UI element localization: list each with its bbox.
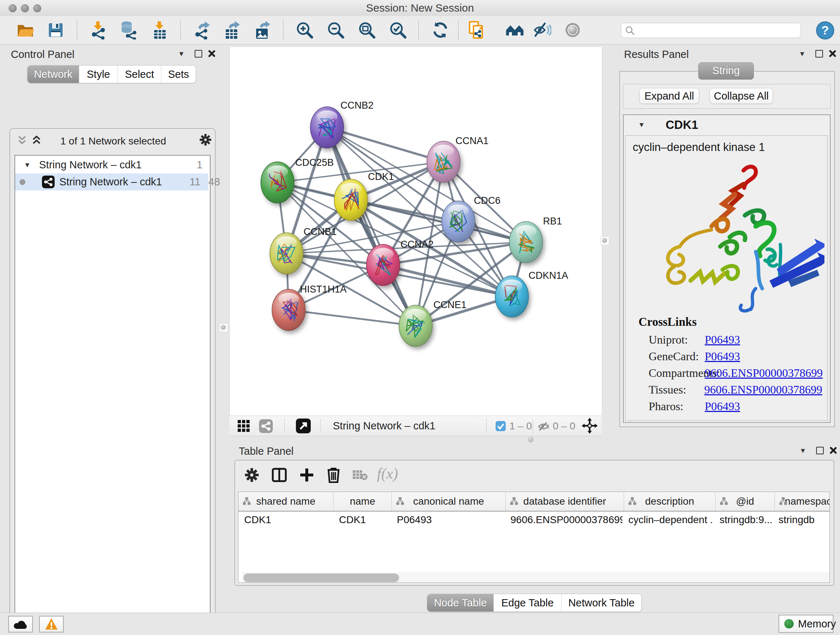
collection-expand-icon[interactable]: ▼: [24, 157, 31, 173]
left-splitter-handle[interactable]: [219, 323, 228, 332]
network-badge-icon[interactable]: [259, 419, 273, 433]
delete-column-icon[interactable]: [325, 466, 341, 483]
control-panel-float-icon[interactable]: [195, 50, 202, 57]
column-header-namespace[interactable]: namespace: [775, 492, 830, 511]
tab-network[interactable]: Network: [27, 65, 79, 83]
save-session-icon[interactable]: [46, 21, 65, 40]
collapse-all-icon[interactable]: [17, 135, 27, 146]
column-header-label: shared name: [256, 496, 315, 507]
show-columns-icon[interactable]: [271, 467, 287, 483]
table-h-scrollbar[interactable]: [242, 572, 830, 583]
results-panel-float-icon[interactable]: [815, 50, 823, 57]
cell--id[interactable]: stringdb:9...: [714, 514, 773, 526]
search-input[interactable]: [637, 24, 798, 37]
warnings-button[interactable]: [39, 616, 64, 632]
node-gloss: [267, 165, 288, 178]
clone-network-icon[interactable]: [467, 21, 486, 40]
horizontal-splitter-handle[interactable]: [528, 437, 534, 442]
add-column-icon[interactable]: [299, 467, 315, 483]
crosslink-link[interactable]: 9606.ENSP00000378699: [705, 366, 823, 380]
cell-name[interactable]: CDK1: [333, 514, 391, 526]
results-panel-close-icon[interactable]: [829, 49, 836, 57]
network-selection-status: 1 of 1 Network selected: [50, 135, 177, 147]
column-header--id[interactable]: @id: [715, 492, 775, 511]
cell-shared-name[interactable]: CDK1: [238, 514, 333, 526]
zoom-selected-icon[interactable]: [388, 21, 407, 40]
expand-all-icon[interactable]: [31, 135, 42, 146]
cell-canonical-name[interactable]: P06493: [391, 514, 505, 526]
zoom-fit-icon[interactable]: [357, 21, 376, 40]
crosslink-link[interactable]: P06493: [705, 333, 740, 347]
fit-content-crosshair-icon[interactable]: [582, 418, 598, 434]
selected-nodes-checkbox-icon[interactable]: [496, 421, 506, 431]
formula-builder-icon: f(x): [377, 465, 398, 482]
cell-description[interactable]: cyclin–dependent ...: [622, 514, 714, 526]
tab-node-table[interactable]: Node Table: [427, 594, 494, 611]
crosslink-link[interactable]: 9606.ENSP00000378699: [704, 383, 822, 396]
column-header-shared-name[interactable]: shared name: [238, 492, 333, 511]
tab-select[interactable]: Select: [118, 65, 161, 83]
table-h-scrollbar-thumb[interactable]: [243, 573, 399, 582]
network-options-gear-icon[interactable]: [199, 133, 212, 146]
results-panel-title: Results Panel: [624, 49, 689, 60]
open-session-icon[interactable]: [16, 21, 35, 40]
right-splitter-handle[interactable]: [600, 236, 609, 245]
export-image-icon[interactable]: [253, 21, 272, 40]
show-glass-icon[interactable]: [563, 21, 582, 40]
cloud-button[interactable]: [8, 616, 33, 632]
tab-string[interactable]: String: [698, 62, 754, 80]
network-view-canvas[interactable]: CCNB2CCNA1CDC25BCDK1CDC6RB1CCNB1CCNA2CDK…: [229, 47, 602, 416]
export-network-icon[interactable]: [193, 21, 212, 40]
results-panel-body: String Expand All Collapse All ▼ CDK1 cy…: [619, 71, 835, 427]
network-collection-row[interactable]: ▼ String Network – cdk1 1: [15, 157, 208, 173]
network-edge[interactable]: [327, 127, 444, 162]
tab-network-table[interactable]: Network Table: [561, 594, 641, 611]
tab-edge-table[interactable]: Edge Table: [494, 594, 561, 611]
zoom-out-icon[interactable]: [326, 21, 345, 40]
import-network-icon[interactable]: [89, 21, 108, 40]
string-home-icon[interactable]: [505, 21, 524, 40]
network-edge-count: 48: [208, 173, 220, 190]
network-edge[interactable]: [327, 127, 416, 326]
cell-namespace[interactable]: stringdb: [773, 514, 830, 526]
column-header-name[interactable]: name: [333, 492, 392, 511]
cdk1-collapse-icon[interactable]: ▼: [638, 121, 645, 129]
control-panel: Control Panel ▼ Network Style Select Set…: [3, 46, 217, 613]
table-panel-close-icon[interactable]: [829, 446, 836, 453]
results-panel-menu-icon[interactable]: ▼: [799, 50, 806, 58]
network-edge[interactable]: [289, 310, 416, 326]
grid-view-icon[interactable]: [237, 420, 250, 432]
expand-all-button[interactable]: Expand All: [639, 88, 699, 104]
network-row-selected[interactable]: String Network – cdk1 11 48: [15, 173, 208, 190]
control-panel-menu-icon[interactable]: ▼: [178, 50, 185, 58]
node-gloss: [405, 309, 426, 321]
table-panel-float-icon[interactable]: [816, 447, 824, 454]
zoom-in-icon[interactable]: [295, 21, 314, 40]
detach-view-icon[interactable]: [296, 418, 311, 433]
column-header-database-identifier[interactable]: database identifier: [506, 492, 624, 511]
tab-style[interactable]: Style: [79, 65, 118, 83]
table-gear-icon[interactable]: [244, 467, 260, 483]
cell-database-identifier[interactable]: 9606.ENSP00000378699: [505, 514, 622, 526]
import-network-from-database-icon[interactable]: [118, 21, 137, 40]
crosslink-link[interactable]: P06493: [705, 350, 740, 363]
column-header-label: namespace: [785, 496, 830, 507]
hide-glass-icon[interactable]: [532, 21, 551, 40]
memory-button[interactable]: Memory: [778, 615, 834, 633]
column-header-canonical-name[interactable]: canonical name: [392, 492, 506, 511]
export-table-icon[interactable]: [223, 21, 242, 40]
import-table-icon[interactable]: [150, 21, 169, 40]
collapse-all-button[interactable]: Collapse All: [709, 88, 773, 104]
refresh-icon[interactable]: [431, 21, 450, 40]
help-icon[interactable]: ?: [816, 21, 834, 40]
column-header-description[interactable]: description: [624, 492, 715, 511]
column-header-label: name: [350, 496, 375, 507]
tab-sets[interactable]: Sets: [161, 65, 196, 83]
node-gloss: [278, 293, 299, 305]
toolbar-separator: [418, 20, 419, 40]
control-panel-close-icon[interactable]: [208, 49, 215, 57]
crosslink-link[interactable]: P06493: [705, 400, 740, 413]
main-toolbar: ?: [0, 16, 840, 44]
table-panel-menu-icon[interactable]: ▼: [799, 447, 806, 455]
table-row[interactable]: CDK1CDK1P064939606.ENSP00000378699cyclin…: [238, 511, 829, 528]
